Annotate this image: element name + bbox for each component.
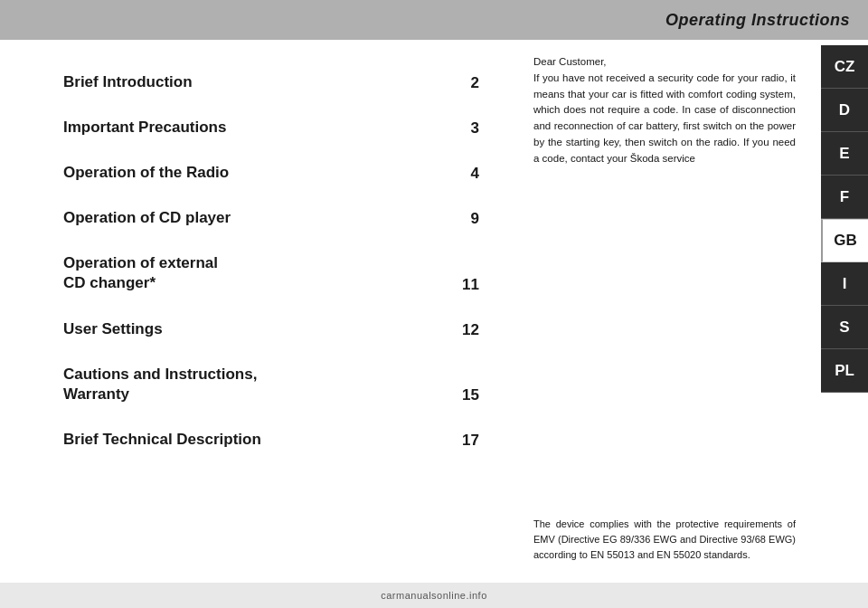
lang-tab-f[interactable]: F — [821, 176, 868, 219]
lang-tab-s[interactable]: S — [821, 306, 868, 349]
toc-item-2: Important Precautions 3 — [63, 118, 479, 138]
language-tabs: CZ D E F GB I S PL — [821, 45, 868, 393]
lang-tab-pl[interactable]: PL — [821, 349, 868, 393]
toc-page-3: 4 — [443, 165, 479, 183]
toc-item-8: Brief Technical Description 17 — [63, 430, 479, 450]
toc-label-6: User Settings — [63, 319, 443, 339]
toc-item-5: Operation of externalCD changer* 11 — [63, 253, 479, 293]
lang-tab-gb[interactable]: GB — [821, 219, 868, 262]
compliance-text: The device complies with the protective … — [533, 517, 796, 563]
customer-notice-text: Dear Customer, If you have not received … — [533, 54, 796, 167]
toc-section: Brief Introduction 2 Important Precautio… — [63, 72, 479, 475]
toc-page-2: 3 — [443, 119, 479, 138]
watermark-text: carmanualsonline.info — [381, 590, 487, 601]
header-title: Operating Instructions — [665, 11, 850, 30]
toc-item-1: Brief Introduction 2 — [63, 72, 479, 92]
toc-label-8: Brief Technical Description — [63, 430, 443, 450]
lang-tab-e[interactable]: E — [821, 132, 868, 176]
toc-label-2: Important Precautions — [63, 118, 443, 138]
toc-item-6: User Settings 12 — [63, 319, 479, 339]
toc-item-7: Cautions and Instructions,Warranty 15 — [63, 365, 479, 404]
toc-item-3: Operation of the Radio 4 — [63, 163, 479, 183]
toc-page-4: 9 — [443, 210, 479, 228]
customer-notice-panel: Dear Customer, If you have not received … — [533, 54, 796, 167]
toc-page-1: 2 — [443, 74, 479, 92]
toc-label-5: Operation of externalCD changer* — [63, 253, 443, 293]
header-bar: Operating Instructions — [0, 0, 868, 40]
toc-label-4: Operation of CD player — [63, 208, 443, 228]
toc-page-8: 17 — [443, 432, 479, 450]
toc-page-6: 12 — [443, 321, 479, 339]
toc-label-1: Brief Introduction — [63, 72, 443, 92]
toc-item-4: Operation of CD player 9 — [63, 208, 479, 228]
compliance-paragraph: The device complies with the protective … — [533, 517, 796, 563]
footer-watermark: carmanualsonline.info — [0, 583, 868, 608]
toc-label-3: Operation of the Radio — [63, 163, 443, 183]
toc-label-7: Cautions and Instructions,Warranty — [63, 365, 443, 404]
toc-page-5: 11 — [443, 276, 479, 294]
lang-tab-i[interactable]: I — [821, 262, 868, 306]
toc-page-7: 15 — [443, 386, 479, 404]
lang-tab-cz[interactable]: CZ — [821, 45, 868, 89]
lang-tab-d[interactable]: D — [821, 89, 868, 132]
